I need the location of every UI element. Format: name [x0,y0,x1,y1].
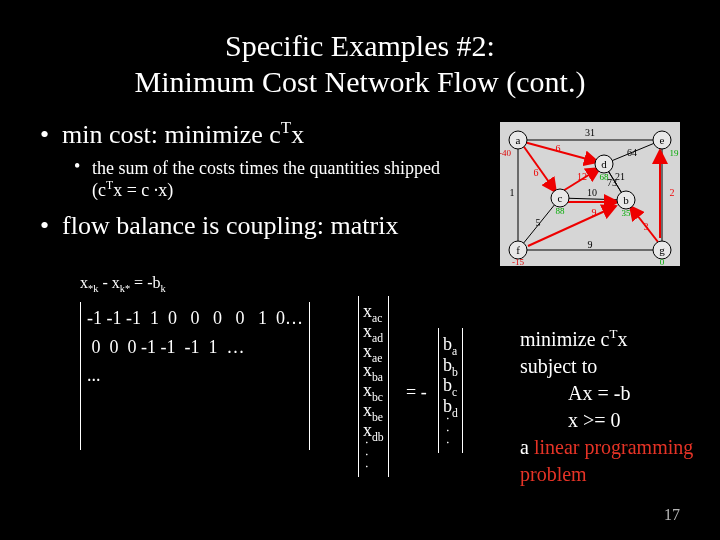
svg-text:19: 19 [670,148,680,158]
svg-text:b: b [623,194,629,206]
svg-text:5: 5 [536,217,541,228]
svg-text:9: 9 [592,207,597,218]
node-b: b35 [617,191,635,218]
flow-balance-eqn: x*k - xk* = -bk [80,274,166,292]
svg-text:c: c [558,192,563,204]
equals-neg: = - [406,382,427,403]
node-c: c88 [551,189,569,216]
svg-line-10 [524,142,598,162]
svg-text:a: a [516,134,521,146]
bullet-list: min cost: minimize cTx the sum of the co… [40,120,450,241]
svg-line-15 [528,206,616,246]
node-a: a-40 [500,131,527,158]
svg-text:g: g [659,244,665,256]
bullet-1: min cost: minimize cTx [40,120,450,150]
svg-text:88: 88 [556,206,566,216]
network-diagram: a-40 e19 d68 c88 b35 f-15 g0 31 64 73 10… [500,122,680,266]
matrix-row: 0 0 0 -1 -1 -1 1 … [87,335,303,360]
svg-text:e: e [660,134,665,146]
matrix-A: -1 -1 -1 1 0 0 0 0 1 0… 0 0 0 -1 -1 -1 1… [80,306,310,446]
svg-text:12: 12 [577,171,587,182]
matrix-row: -1 -1 -1 1 0 0 0 0 1 0… [87,306,303,331]
svg-text:d: d [601,158,607,170]
svg-text:6: 6 [556,143,561,154]
matrix-row: ... [87,363,303,388]
svg-line-9 [522,144,556,192]
slide-title: Specific Examples #2: Minimum Cost Netwo… [40,28,680,100]
svg-text:6: 6 [534,167,539,178]
title-line-2: Minimum Cost Network Flow (cont.) [135,65,586,98]
svg-text:64: 64 [627,147,637,158]
bullet-2: flow balance is coupling: matrix [40,211,450,241]
svg-text:21: 21 [615,171,625,182]
svg-text:31: 31 [585,127,595,138]
node-g: g0 [653,241,671,266]
page-number: 17 [664,506,680,524]
lp-summary: minimize cTx subject to Ax = -b x >= 0 a… [520,326,700,488]
svg-text:-15: -15 [512,257,524,266]
svg-text:35: 35 [622,208,632,218]
svg-line-5 [560,198,626,200]
node-f: f-15 [509,241,527,266]
svg-text:-40: -40 [500,148,511,158]
svg-text:1: 1 [510,187,515,198]
svg-text:f: f [516,244,520,256]
node-e: e19 [653,131,679,158]
svg-text:2: 2 [670,187,675,198]
vector-x: xac xad xae xba xbc xbe xdb . . . [358,296,389,477]
vector-b: ba bb bc bd . . . [438,328,463,453]
title-line-1: Specific Examples #2: [225,29,495,62]
svg-text:0: 0 [660,257,665,266]
bullet-1-sub: the sum of the costs times the quantitie… [40,158,450,201]
svg-text:9: 9 [588,239,593,250]
svg-text:10: 10 [587,187,597,198]
svg-text:3: 3 [644,221,649,232]
